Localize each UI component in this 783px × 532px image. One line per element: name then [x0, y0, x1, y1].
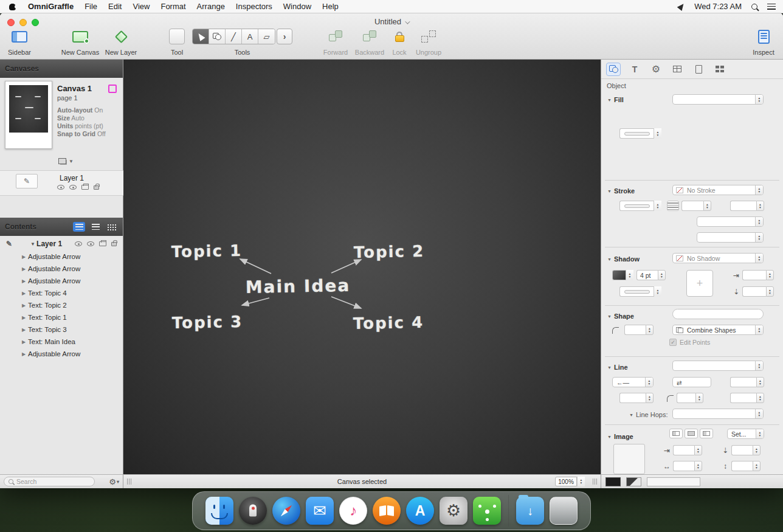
list-item[interactable]: ▶Adjustable Arrow [0, 348, 123, 360]
line-route-popup[interactable]: ⇄ [672, 377, 711, 387]
shadow-fuzz-well[interactable]: ▴▾ [619, 286, 661, 297]
menu-format[interactable]: Format [160, 2, 185, 11]
layer-name[interactable]: Layer 1 [60, 174, 84, 182]
disclosure-icon[interactable]: ▶ [22, 315, 28, 320]
menu-edit[interactable]: Edit [108, 2, 122, 11]
node-topic-3[interactable]: Topic 3 [172, 313, 243, 332]
line-tool-button[interactable]: ╱ [226, 29, 242, 44]
tab-type[interactable]: T [627, 63, 642, 76]
toolbar-item-inspect[interactable]: Inspect [748, 28, 779, 56]
image-set-popup[interactable]: Set...▴▾ [727, 429, 764, 439]
inspector-resize-handle[interactable] [593, 478, 597, 485]
disclosure-icon[interactable]: ▶ [22, 266, 28, 272]
text-tool-button[interactable]: A [242, 29, 258, 44]
visibility-icon[interactable] [57, 185, 64, 190]
zoom-stepper[interactable]: ▴▾ [577, 477, 585, 486]
toolbar-item-ungroup[interactable]: Ungroup [412, 28, 445, 56]
image-tile-button[interactable] [700, 429, 713, 438]
toolbar-item-forward[interactable]: Forward [320, 28, 351, 56]
shadow-v-offset-field[interactable]: ▴▾ [742, 286, 774, 297]
line-corner-field[interactable]: ▴▾ [677, 393, 703, 403]
color-bar[interactable] [647, 477, 700, 486]
stroke-pattern-button[interactable] [667, 201, 679, 211]
lock-layer-icon[interactable] [94, 185, 99, 190]
image-h-offset-field[interactable]: ▴▾ [673, 445, 702, 455]
dock-safari[interactable] [272, 497, 300, 525]
search-field[interactable] [4, 477, 95, 486]
dock-downloads[interactable] [516, 497, 544, 525]
toolbar-item-new-layer[interactable]: New Layer [98, 28, 143, 56]
canvas-thumbnail[interactable] [5, 81, 52, 149]
menu-arrange[interactable]: Arrange [197, 2, 225, 11]
dock-books[interactable] [373, 497, 401, 525]
stroke-style-popup[interactable]: No Stroke▴▾ [672, 185, 764, 195]
image-well[interactable] [613, 444, 645, 474]
layer-row[interactable]: Layer 1 [0, 170, 123, 196]
node-main-idea[interactable]: Main Idea [246, 275, 351, 297]
stroke-join-popup[interactable]: ▴▾ [697, 216, 764, 227]
list-item[interactable]: ▶Text: Topic 3 [0, 323, 123, 336]
tab-document[interactable] [691, 63, 706, 76]
list-view-button[interactable] [73, 222, 85, 232]
window-title[interactable]: Untitled [0, 17, 783, 26]
dock-trash[interactable] [550, 497, 578, 525]
lock-layer-icon[interactable] [111, 242, 117, 246]
canvas-options[interactable]: ▼ [58, 158, 74, 164]
app-menu[interactable]: OmniGraffle [28, 2, 74, 11]
fill-swatch-black[interactable] [605, 477, 621, 486]
line-spacing-field[interactable]: ▴▾ [730, 393, 764, 403]
node-topic-1[interactable]: Topic 1 [171, 241, 243, 261]
shape-popup[interactable] [672, 309, 764, 319]
contents-layer-row[interactable]: ▼ Layer 1 [0, 237, 123, 250]
preview-icon[interactable] [87, 241, 94, 246]
disclosure-icon[interactable]: ▶ [22, 303, 28, 308]
image-height-field[interactable]: ▴▾ [731, 461, 761, 471]
shadow-section-header[interactable]: Shadow [607, 255, 640, 263]
disclosure-icon[interactable]: ▶ [22, 327, 28, 333]
menu-inspectors[interactable]: Inspectors [236, 2, 272, 11]
list-item[interactable]: ▶Text: Topic 1 [0, 311, 123, 323]
layer-thumbnail[interactable] [16, 174, 38, 188]
image-v-offset-field[interactable]: ▴▾ [731, 445, 761, 455]
more-tools-button[interactable]: › [277, 29, 292, 44]
stroke-width-field[interactable]: ▴▾ [681, 201, 711, 211]
stroke-corner-field[interactable]: ▴▾ [730, 201, 764, 211]
stroke-cap-popup[interactable]: ▴▾ [697, 232, 764, 243]
toolbar-item-backward[interactable]: Backward [353, 28, 387, 56]
shadow-position-button[interactable]: + [686, 270, 713, 297]
print-icon[interactable] [99, 241, 106, 246]
line-hops-popup[interactable]: ▴▾ [672, 409, 764, 419]
image-stretch-button[interactable] [685, 429, 698, 438]
tab-properties[interactable]: ⚙ [649, 63, 663, 76]
fill-style-popup[interactable]: ▴▾ [672, 94, 764, 105]
disclosure-icon[interactable]: ▶ [22, 278, 28, 284]
tab-object[interactable] [606, 63, 621, 76]
disclosure-icon[interactable]: ▶ [22, 254, 28, 260]
line-end-arrow-field[interactable]: ▴▾ [730, 377, 764, 387]
disclosure-icon[interactable]: ▶ [22, 351, 28, 357]
list-item[interactable]: ▶Text: Topic 2 [0, 299, 123, 311]
selection-tool-button[interactable] [193, 29, 209, 44]
notification-center-icon[interactable] [767, 4, 776, 10]
shape-tool-button[interactable] [209, 29, 226, 44]
search-input[interactable] [16, 478, 77, 485]
stroke-color-well[interactable]: ▴▾ [619, 201, 661, 211]
dock-music[interactable] [339, 497, 367, 525]
list-item[interactable]: ▶Text: Main Idea [0, 336, 123, 348]
pen-tool-button[interactable]: ▱ [258, 29, 275, 44]
list-item[interactable]: ▶Adjustable Arrow [0, 250, 123, 263]
shadow-blur-field[interactable]: 4 pt▴▾ [636, 270, 666, 280]
drawing-canvas[interactable]: Topic 1 Topic 2 Main Idea Topic 3 Topic … [123, 60, 601, 474]
disclosure-icon[interactable]: ▶ [22, 291, 28, 296]
dock-system-preferences[interactable] [440, 497, 467, 525]
print-icon[interactable] [81, 185, 89, 190]
toolbar-item-tool[interactable]: Tool [163, 28, 191, 56]
stroke-swatch[interactable] [626, 477, 641, 486]
line-style-popup[interactable]: ▴▾ [672, 361, 764, 371]
stroke-section-header[interactable]: Stroke [607, 187, 635, 195]
corner-radius-field[interactable]: ▴▾ [624, 325, 654, 335]
shape-section-header[interactable]: Shape [607, 313, 634, 320]
preview-icon[interactable] [69, 185, 77, 190]
list-item[interactable]: ▶Text: Topic 4 [0, 287, 123, 299]
node-topic-4[interactable]: Topic 4 [353, 313, 424, 333]
